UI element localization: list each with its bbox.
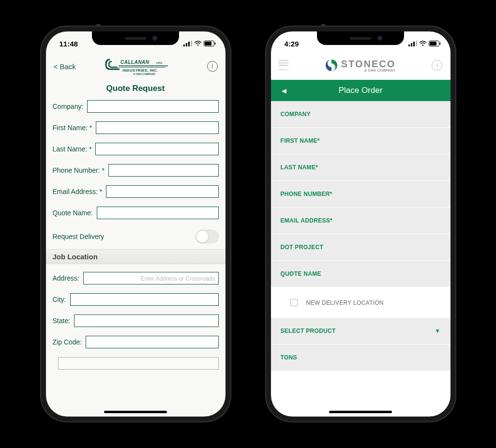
chevron-down-icon: ▼ bbox=[435, 328, 440, 334]
callanan-logo: CALLANAN 1883 INDUSTRIES, INC. A CRH COM… bbox=[105, 58, 178, 75]
company-input[interactable] bbox=[87, 100, 218, 113]
job-location-header: Job Location bbox=[46, 249, 225, 264]
stoneco-mark-icon bbox=[325, 59, 338, 72]
phone-frame-left: 11:48 < Back CALLANAN 1883 INDUSTRIES, I… bbox=[40, 26, 231, 422]
last-name-label: Last Name: * bbox=[53, 145, 92, 153]
select-product-row[interactable]: SELECT PRODUCT ▼ bbox=[271, 318, 451, 344]
phone-frame-right: 4:29 MAIN STONECO A CRH COMPANY bbox=[265, 26, 456, 422]
svg-rect-14 bbox=[411, 43, 412, 46]
svg-text:1883: 1883 bbox=[156, 61, 163, 64]
battery-icon bbox=[429, 41, 441, 46]
svg-rect-3 bbox=[191, 41, 192, 46]
svg-rect-1 bbox=[186, 43, 187, 46]
home-indicator[interactable] bbox=[104, 411, 167, 413]
status-time: 4:29 bbox=[285, 40, 299, 48]
phone-input[interactable] bbox=[108, 164, 219, 177]
state-label: State: bbox=[53, 317, 71, 325]
home-indicator[interactable] bbox=[329, 411, 392, 413]
quote-name-label: Quote Name: bbox=[53, 209, 93, 217]
company-field[interactable]: COMPANY bbox=[271, 101, 451, 128]
svg-rect-6 bbox=[214, 43, 215, 45]
svg-rect-16 bbox=[416, 41, 417, 46]
svg-rect-19 bbox=[439, 43, 440, 45]
email-field[interactable]: EMAIL ADDRESS* bbox=[271, 208, 451, 234]
status-icons bbox=[183, 41, 216, 46]
state-input[interactable] bbox=[74, 314, 218, 327]
cutoff-input[interactable] bbox=[58, 357, 218, 370]
cutoff-label bbox=[53, 359, 55, 367]
menu-button[interactable]: MAIN bbox=[279, 60, 288, 71]
wifi-icon bbox=[419, 41, 427, 46]
svg-text:INDUSTRIES, INC.: INDUSTRIES, INC. bbox=[122, 68, 158, 73]
svg-rect-2 bbox=[188, 42, 190, 46]
svg-rect-0 bbox=[183, 45, 185, 46]
zip-label: Zip Code: bbox=[53, 338, 82, 346]
notch bbox=[92, 31, 179, 45]
page-title: Quote Request bbox=[46, 79, 225, 100]
back-button[interactable]: < Back bbox=[54, 62, 76, 71]
city-label: City: bbox=[53, 296, 66, 303]
email-input[interactable] bbox=[106, 185, 218, 198]
address-label: Address: bbox=[53, 274, 79, 282]
screen-left: 11:48 < Back CALLANAN 1883 INDUSTRIES, I… bbox=[46, 31, 225, 417]
first-name-field[interactable]: FIRST NAME* bbox=[271, 128, 451, 154]
svg-rect-5 bbox=[205, 42, 211, 45]
wifi-icon bbox=[194, 41, 202, 46]
quote-name-input[interactable] bbox=[97, 207, 219, 219]
new-delivery-label: NEW DELIVERY LOCATION bbox=[306, 299, 384, 306]
notch bbox=[317, 31, 404, 45]
logo-sub: A CRH COMPANY bbox=[341, 69, 396, 72]
delivery-toggle[interactable] bbox=[195, 230, 219, 243]
city-input[interactable] bbox=[70, 293, 219, 306]
logo-name: STONECO bbox=[341, 59, 396, 69]
screen-right: 4:29 MAIN STONECO A CRH COMPANY bbox=[271, 31, 451, 417]
last-name-input[interactable] bbox=[95, 143, 218, 155]
info-icon[interactable]: i bbox=[432, 60, 442, 71]
company-label: Company: bbox=[53, 103, 84, 110]
app-header: MAIN STONECO A CRH COMPANY i bbox=[271, 52, 451, 80]
quote-form: Company: First Name: * Last Name: * Phon… bbox=[46, 100, 225, 370]
phone-label: Phone Number: * bbox=[53, 166, 105, 174]
select-product-label: SELECT PRODUCT bbox=[281, 328, 336, 334]
first-name-label: First Name: * bbox=[53, 124, 92, 132]
titlebar: ◀ Place Order bbox=[271, 80, 451, 101]
app-header: < Back CALLANAN 1883 INDUSTRIES, INC. A … bbox=[46, 52, 225, 79]
svg-text:A CRH COMPANY: A CRH COMPANY bbox=[133, 73, 156, 75]
status-icons bbox=[408, 41, 441, 46]
svg-rect-13 bbox=[408, 45, 410, 46]
order-form: COMPANY FIRST NAME* LAST NAME* PHONE NUM… bbox=[271, 101, 451, 371]
tons-field[interactable]: TONS bbox=[271, 344, 451, 371]
zip-input[interactable] bbox=[86, 336, 218, 348]
first-name-input[interactable] bbox=[96, 121, 218, 134]
signal-icon bbox=[183, 41, 192, 46]
menu-label: MAIN bbox=[279, 68, 287, 71]
svg-rect-15 bbox=[413, 42, 415, 46]
dot-project-field[interactable]: DOT PROJECT bbox=[271, 234, 451, 261]
status-time: 11:48 bbox=[60, 40, 78, 48]
new-delivery-row[interactable]: NEW DELIVERY LOCATION bbox=[271, 287, 451, 318]
email-label: Email Address: * bbox=[53, 188, 103, 195]
signal-icon bbox=[408, 41, 417, 46]
battery-icon bbox=[204, 41, 216, 46]
page-title: Place Order bbox=[271, 86, 451, 95]
quote-name-field[interactable]: QUOTE NAME bbox=[271, 261, 451, 287]
stoneco-logo: STONECO A CRH COMPANY bbox=[325, 59, 396, 72]
address-input[interactable] bbox=[83, 272, 219, 284]
svg-rect-18 bbox=[430, 42, 436, 45]
checkbox-icon[interactable] bbox=[290, 299, 298, 306]
back-caret-icon[interactable]: ◀ bbox=[282, 87, 286, 94]
svg-text:CALLANAN: CALLANAN bbox=[120, 60, 150, 65]
info-icon[interactable]: i bbox=[207, 61, 218, 72]
last-name-field[interactable]: LAST NAME* bbox=[271, 154, 451, 181]
delivery-toggle-label: Request Delivery bbox=[53, 233, 105, 240]
phone-field[interactable]: PHONE NUMBER* bbox=[271, 181, 451, 208]
